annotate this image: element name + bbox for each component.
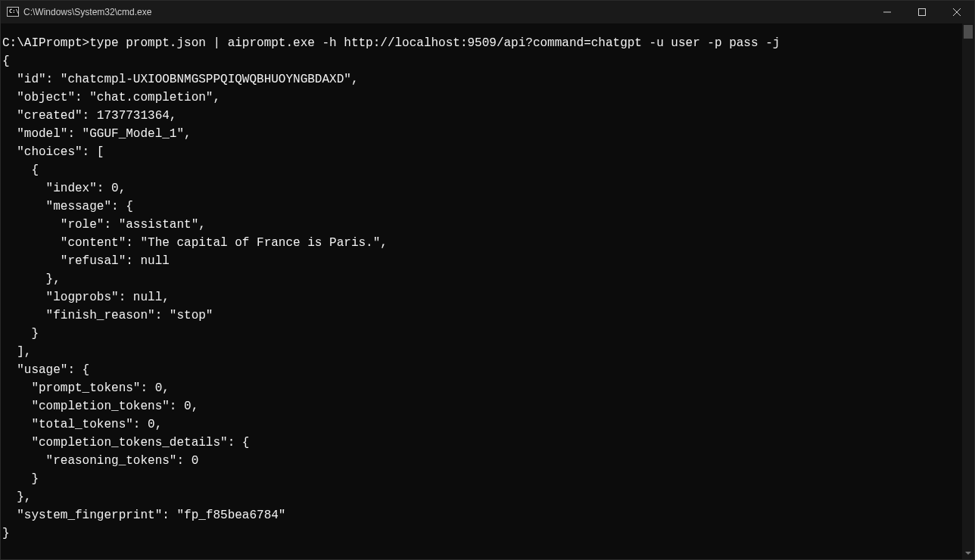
scrollbar-thumb[interactable]: [964, 25, 973, 39]
maximize-button[interactable]: [905, 1, 939, 23]
close-button[interactable]: [939, 1, 974, 23]
minimize-button[interactable]: [870, 1, 905, 23]
client-area: C:\AIPrompt>type prompt.json | aiprompt.…: [1, 23, 974, 559]
svg-text:C:\: C:\: [9, 8, 19, 14]
window-title: C:\Windows\System32\cmd.exe: [23, 7, 151, 17]
terminal-output[interactable]: C:\AIPrompt>type prompt.json | aiprompt.…: [1, 23, 962, 559]
svg-marker-6: [965, 552, 971, 555]
svg-rect-3: [919, 9, 926, 16]
scroll-down-arrow-icon[interactable]: [962, 547, 974, 559]
cmd-window: C:\ C:\Windows\System32\cmd.exe C:\AIPro…: [0, 0, 975, 560]
titlebar[interactable]: C:\ C:\Windows\System32\cmd.exe: [1, 1, 974, 23]
prompt-text: C:\AIPrompt>: [2, 36, 89, 50]
output-text: { "id": "chatcmpl-UXIOOBNMGSPPQIQWQBHUOY…: [2, 54, 388, 540]
command-text: type prompt.json | aiprompt.exe -h http:…: [89, 36, 780, 50]
cmd-icon: C:\: [7, 6, 19, 18]
titlebar-left: C:\ C:\Windows\System32\cmd.exe: [1, 6, 151, 18]
vertical-scrollbar[interactable]: [962, 23, 974, 559]
window-controls: [870, 1, 974, 23]
